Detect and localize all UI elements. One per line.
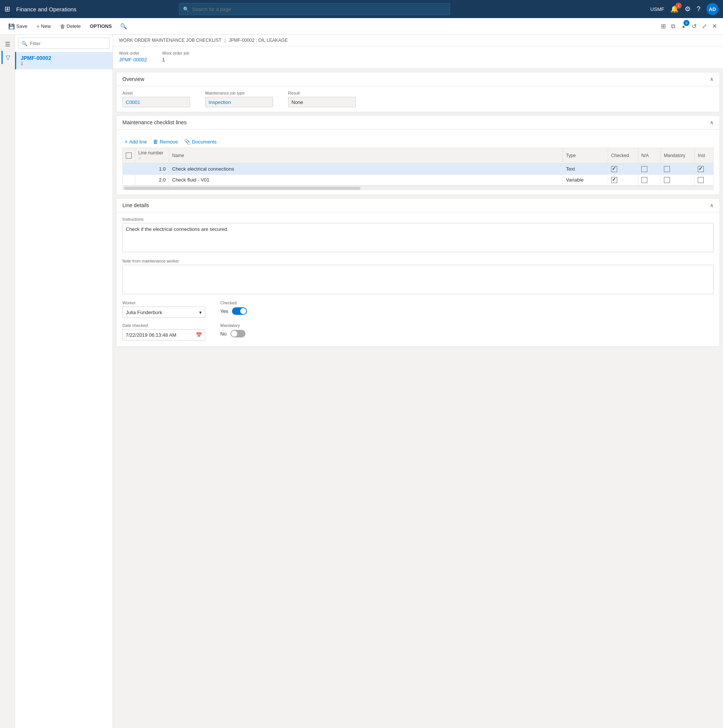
job-type-field: Maintenance job type Inspection — [205, 91, 273, 107]
row-mandatory-checkbox[interactable] — [664, 177, 670, 183]
action-bar: 💾 Save + New 🗑 Delete OPTIONS 🔍 ⊞ ⧉ ● 0 … — [0, 18, 723, 35]
worker-label: Worker — [122, 301, 205, 305]
th-checked: Checked — [608, 148, 638, 164]
mandatory-toggle[interactable] — [231, 330, 246, 338]
filter-input[interactable] — [30, 41, 106, 46]
note-textarea[interactable] — [122, 265, 714, 294]
detail-row-1: Worker Julia Funderburk ▾ Checked Yes — [122, 301, 714, 318]
fullscreen-icon[interactable]: ⧉ — [670, 21, 677, 31]
dropdown-icon: ▾ — [199, 310, 202, 315]
overview-title: Overview — [122, 76, 144, 82]
close-icon[interactable]: ✕ — [711, 21, 718, 31]
list-item-title: JPMF-00002 — [21, 55, 108, 61]
worker-select[interactable]: Julia Funderburk ▾ — [122, 307, 205, 318]
horizontal-scrollbar[interactable] — [122, 186, 714, 190]
row-inst-cell[interactable] — [695, 174, 714, 186]
overview-collapse-icon[interactable]: ∧ — [710, 76, 714, 82]
asset-value[interactable]: C0001 — [122, 97, 190, 107]
open-new-icon[interactable]: ⤢ — [700, 21, 708, 31]
row-mandatory-checkbox[interactable] — [664, 166, 670, 172]
add-line-button[interactable]: + Add line — [122, 137, 149, 146]
job-type-label: Maintenance job type — [205, 91, 273, 95]
row-na-checkbox[interactable] — [641, 177, 647, 183]
action-badge-icon[interactable]: ● 0 — [679, 21, 688, 32]
th-inst: Inst — [695, 148, 714, 164]
date-label: Date checked — [122, 323, 205, 328]
company-code[interactable]: USMF — [650, 6, 664, 12]
search-icon: 🔍 — [183, 6, 189, 12]
row-inst-checkbox[interactable] — [698, 166, 704, 172]
breadcrumb-part2: JPMF-00002 : OIL LEAKAGE — [229, 38, 288, 43]
mandatory-toggle-row: No — [220, 330, 303, 338]
remove-icon: 🗑 — [153, 139, 158, 145]
delete-icon: 🗑 — [60, 23, 65, 29]
th-line-number[interactable]: Line number ↑ — [135, 148, 169, 164]
line-details-title: Line details — [122, 202, 149, 208]
search-input[interactable] — [192, 6, 446, 12]
action-search-icon[interactable]: 🔍 — [120, 23, 127, 30]
grid-view-icon[interactable]: ⊞ — [659, 21, 667, 31]
delete-button[interactable]: 🗑 Delete — [56, 22, 85, 31]
remove-button[interactable]: 🗑 Remove — [151, 137, 180, 146]
checklist-section-body: + Add line 🗑 Remove 📎 Documents — [116, 130, 720, 195]
work-order-job-field: Work order job 1 — [162, 51, 189, 63]
save-button[interactable]: 💾 Save — [5, 22, 31, 31]
table-row[interactable]: 1.0 Check electrical connections Text — [123, 164, 714, 175]
row-na-checkbox[interactable] — [641, 166, 647, 172]
row-inst-checkbox[interactable] — [698, 177, 704, 183]
help-btn[interactable]: ? — [697, 5, 700, 13]
row-mandatory-cell[interactable] — [661, 174, 695, 186]
settings-btn[interactable]: ⚙ — [685, 5, 691, 13]
list-item[interactable]: JPMF-00002 1 — [15, 52, 113, 69]
refresh-icon[interactable]: ↺ — [690, 21, 698, 31]
row-checked-checkbox[interactable] — [611, 166, 617, 172]
checklist-collapse-icon[interactable]: ∧ — [710, 119, 714, 125]
hamburger-icon[interactable]: ☰ — [2, 38, 13, 51]
note-field: Note from maintenance worker — [122, 259, 714, 295]
checked-toggle[interactable] — [232, 307, 247, 315]
left-panel: 🔍 JPMF-00002 1 — [15, 35, 113, 728]
search-bar[interactable]: 🔍 — [179, 3, 450, 15]
grid-icon[interactable]: ⊞ — [5, 5, 10, 13]
row-checked-cell[interactable] — [608, 164, 638, 175]
row-checked-checkbox[interactable] — [611, 177, 617, 183]
line-details-section-header[interactable]: Line details ∧ — [116, 199, 720, 213]
date-col: Date checked 7/22/2019 06:13:48 AM 📅 — [122, 323, 205, 341]
row-na-cell[interactable] — [638, 174, 661, 186]
work-order-value[interactable]: JPMF-00002 — [119, 57, 147, 63]
documents-button[interactable]: 📎 Documents — [182, 137, 219, 146]
th-na: N/A — [638, 148, 661, 164]
table-row[interactable]: 2.0 Check fluid - V01 Variable — [123, 174, 714, 186]
row-inst-cell[interactable] — [695, 164, 714, 175]
job-type-value[interactable]: Inspection — [205, 97, 273, 107]
overview-section-header[interactable]: Overview ∧ — [116, 72, 720, 86]
filter-icon[interactable]: ▽ — [2, 51, 13, 64]
row-checked-cell[interactable] — [608, 174, 638, 186]
th-mandatory: Mandatory — [661, 148, 695, 164]
checklist-section-header[interactable]: Maintenance checklist lines ∧ — [116, 116, 720, 130]
avatar[interactable]: AD — [706, 3, 718, 15]
new-button[interactable]: + New — [33, 22, 55, 31]
line-details-body: Instructions Note from maintenance worke… — [116, 213, 720, 347]
list-item-sub: 1 — [21, 61, 108, 66]
filter-box[interactable]: 🔍 — [18, 38, 110, 49]
instructions-textarea[interactable] — [122, 223, 714, 252]
row-line-number: 1.0 — [135, 164, 169, 175]
row-mandatory-cell[interactable] — [661, 164, 695, 175]
line-details-collapse-icon[interactable]: ∧ — [710, 202, 714, 208]
line-details-section: Line details ∧ Instructions Note from ma… — [116, 198, 720, 347]
row-name: Check electrical connections — [169, 164, 563, 175]
notification-btn[interactable]: 🔔 1 — [670, 5, 679, 13]
th-check — [123, 148, 135, 164]
date-input[interactable]: 7/22/2019 06:13:48 AM 📅 — [122, 329, 205, 341]
checked-col: Checked Yes — [220, 301, 303, 315]
options-button[interactable]: OPTIONS — [86, 22, 116, 31]
work-order-job-value: 1 — [162, 57, 189, 63]
th-type: Type — [563, 148, 608, 164]
save-icon: 💾 — [8, 23, 15, 29]
calendar-icon[interactable]: 📅 — [196, 332, 202, 338]
row-na-cell[interactable] — [638, 164, 661, 175]
header-checkbox[interactable] — [126, 153, 132, 159]
overview-section: Overview ∧ Asset C0001 Maintenance job t… — [116, 72, 720, 112]
checked-detail-label: Checked — [220, 301, 303, 305]
